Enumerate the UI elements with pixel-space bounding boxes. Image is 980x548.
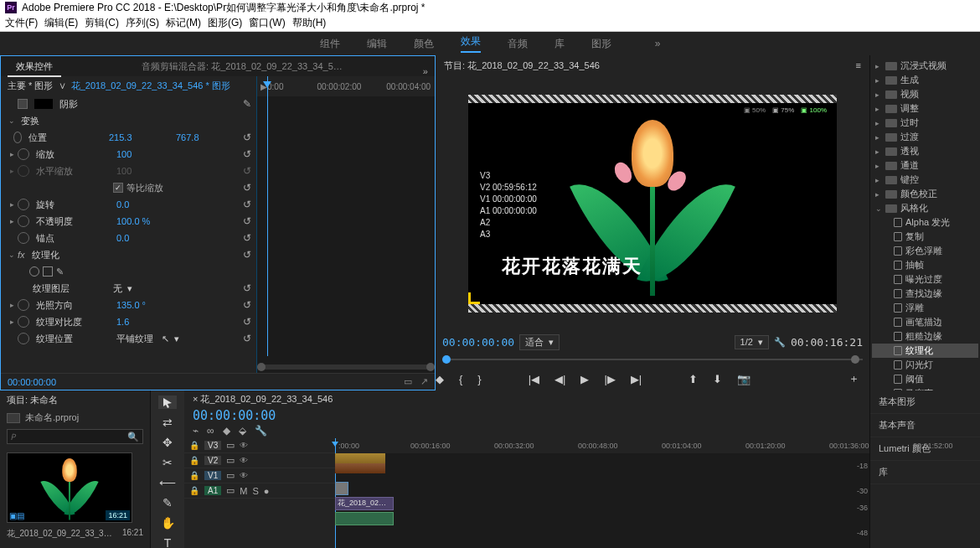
mark-out-icon[interactable]: }	[477, 373, 481, 385]
eyedropper-icon[interactable]: ✎	[243, 98, 251, 110]
effects-tree-item[interactable]: 纹理化	[872, 344, 978, 358]
fit-dropdown[interactable]: 适合▾	[519, 334, 560, 350]
menu-graphics[interactable]: 图形(G)	[208, 16, 242, 30]
effects-tree-item[interactable]: 粗糙边缘	[872, 329, 978, 344]
project-clip-thumbnail[interactable]: ▣▤ 16:21	[7, 452, 132, 523]
panel-menu-icon[interactable]: ≡	[856, 60, 861, 70]
lock-icon[interactable]: 🔒	[189, 486, 199, 495]
ec-timecode[interactable]: 00:00:00:00	[8, 377, 56, 387]
sequence-tab[interactable]: × 花_2018_02_09_22_33_34_546	[184, 390, 869, 408]
track-v1[interactable]: V1	[204, 471, 221, 480]
reset-icon[interactable]: ↺	[243, 182, 251, 194]
mask-pen-icon[interactable]: ✎	[56, 266, 64, 277]
timeline-settings-icon[interactable]: ⬙	[239, 425, 246, 437]
track-v2[interactable]: V2	[204, 456, 221, 465]
reset-icon[interactable]: ↺	[243, 282, 251, 294]
crop-corner-icon[interactable]	[468, 292, 480, 304]
clip-name[interactable]: 花_2018_02_09_22_33_3…	[7, 528, 112, 540]
reset-icon[interactable]: ↺	[243, 249, 251, 261]
selection-tool-icon[interactable]	[158, 395, 177, 409]
workspace-assembly[interactable]: 组件	[320, 37, 340, 51]
video-clip[interactable]: 花_2018_02…	[335, 497, 394, 510]
go-to-in-icon[interactable]: |◀	[529, 373, 539, 385]
ec-export-icon[interactable]: ↗	[420, 376, 428, 387]
twirl-icon[interactable]: ▸	[6, 217, 18, 225]
twirl-icon[interactable]: ▸	[6, 318, 18, 326]
menu-window[interactable]: 窗口(W)	[249, 16, 285, 30]
workspace-graphics[interactable]: 图形	[591, 37, 611, 51]
texture-placement-dropdown[interactable]: 平铺纹理 ↖ ▾	[116, 333, 179, 345]
stopwatch-icon[interactable]	[18, 333, 29, 344]
slip-tool-icon[interactable]: ⟵	[158, 476, 177, 489]
track-a1[interactable]: A1	[204, 486, 221, 495]
play-icon[interactable]: ▶	[580, 373, 589, 385]
reset-icon[interactable]: ↺	[243, 299, 251, 311]
menu-help[interactable]: 帮助(H)	[292, 16, 327, 30]
effects-tree-item[interactable]: ▸键控	[872, 173, 978, 187]
effects-tree-item[interactable]: 闪光灯	[872, 358, 978, 372]
zoom-dropdown[interactable]: 1/2▾	[735, 335, 769, 349]
track-v3[interactable]: V3	[204, 441, 221, 450]
twirl-icon[interactable]: ▸	[6, 150, 18, 158]
effects-tree-item[interactable]: ⌄风格化	[872, 201, 978, 215]
pen-tool-icon[interactable]: ✎	[158, 496, 177, 509]
linked-selection-icon[interactable]: ∞	[207, 425, 214, 437]
effects-tree-item[interactable]: ▸透视	[872, 144, 978, 158]
workspace-audio[interactable]: 音频	[508, 37, 528, 51]
shadow-checkbox[interactable]	[18, 99, 28, 109]
panel-essential-graphics[interactable]: 基本图形	[870, 390, 980, 414]
lift-icon[interactable]: ⬆	[689, 373, 698, 385]
twirl-icon[interactable]: ▸	[6, 301, 18, 309]
effects-tree-item[interactable]: 彩色浮雕	[872, 244, 978, 258]
ripple-edit-tool-icon[interactable]: ✥	[158, 436, 177, 449]
effects-tree-item[interactable]: ▸沉浸式视频	[872, 59, 978, 73]
sequence-name[interactable]: 未命名.prproj	[25, 411, 79, 424]
twirl-icon[interactable]: ⌄	[6, 116, 18, 125]
stopwatch-icon[interactable]	[18, 148, 29, 160]
effects-tree-item[interactable]: 曝光过度	[872, 272, 978, 287]
effects-tree-item[interactable]: ▸生成	[872, 73, 978, 87]
clip-link[interactable]: 花_2018_02_09_22_33_34_546 * 图形	[71, 80, 230, 90]
menu-file[interactable]: 文件(F)	[5, 16, 38, 30]
menu-edit[interactable]: 编辑(E)	[44, 16, 78, 30]
reset-icon[interactable]: ↺	[243, 316, 251, 328]
timeline-timecode[interactable]: 00:00:00:00	[184, 408, 869, 423]
effects-tree-item[interactable]: 查找边缘	[872, 287, 978, 301]
shadow-color-swatch[interactable]	[34, 99, 53, 109]
effects-tree-item[interactable]: ▸通道	[872, 158, 978, 173]
track-select-tool-icon[interactable]: ⇄	[158, 416, 177, 429]
tab-effect-controls[interactable]: 效果控件	[8, 57, 61, 76]
ec-zoom-icon[interactable]: ▭	[404, 376, 412, 387]
position-x-value[interactable]: 215.3	[109, 132, 176, 142]
texturize-section[interactable]: 纹理化	[28, 249, 243, 261]
ec-zoom-scrollbar[interactable]	[257, 363, 435, 371]
mute-button[interactable]: M	[240, 486, 247, 496]
effects-tree-item[interactable]: ▸过时	[872, 116, 978, 130]
mark-in-icon[interactable]: {	[459, 373, 462, 385]
export-frame-icon[interactable]: 📷	[737, 373, 750, 385]
effects-tree-item[interactable]: ▸颜色校正	[872, 187, 978, 201]
eye-icon[interactable]: 👁	[240, 471, 248, 480]
menu-sequence[interactable]: 序列(S)	[126, 16, 159, 30]
audio-clip[interactable]	[335, 512, 394, 525]
twirl-icon[interactable]: ▸	[6, 200, 18, 209]
uniform-scale-checkbox[interactable]: ✓	[113, 183, 123, 193]
stopwatch-icon[interactable]	[18, 299, 29, 311]
stopwatch-icon[interactable]	[18, 199, 29, 210]
hand-tool-icon[interactable]: ✋	[158, 516, 177, 530]
effects-tree-item[interactable]: 画笔描边	[872, 315, 978, 329]
effects-tree-item[interactable]: Alpha 发光	[872, 215, 978, 230]
stopwatch-icon[interactable]	[13, 132, 22, 143]
transform-section[interactable]: 变换	[18, 115, 251, 127]
program-scrubber[interactable]	[442, 352, 863, 367]
wrench-icon[interactable]: 🔧	[255, 425, 267, 437]
reset-icon[interactable]: ↺	[243, 199, 251, 210]
effect-controls-timeline[interactable]: ▶0:00 00:00:02:00 00:00:04:00	[256, 76, 435, 373]
timeline-ruler[interactable]: :00:00 00:00:16:00 00:00:32:00 00:00:48:…	[335, 438, 869, 453]
workspace-color[interactable]: 颜色	[414, 37, 434, 51]
graphics-clip[interactable]	[335, 482, 348, 495]
work-area-bar[interactable]	[335, 453, 385, 463]
texture-contrast-value[interactable]: 1.6	[116, 317, 183, 327]
lock-icon[interactable]: 🔒	[189, 471, 199, 480]
lock-icon[interactable]: 🔒	[189, 456, 199, 465]
